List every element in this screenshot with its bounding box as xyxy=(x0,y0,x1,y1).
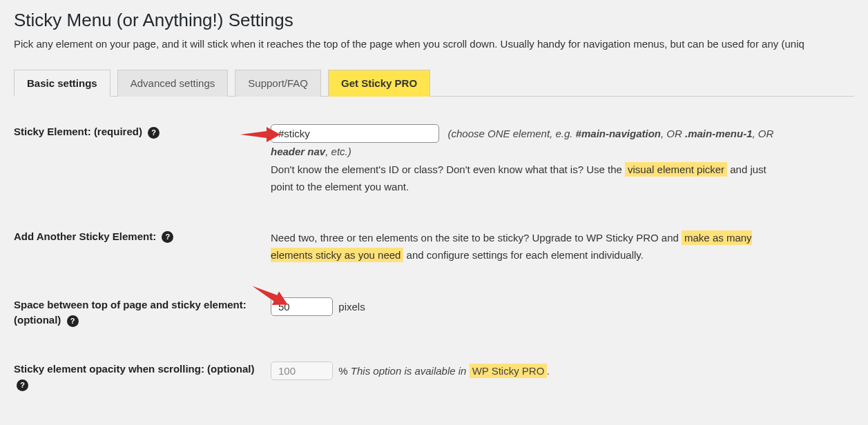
page-title: Sticky Menu (or Anything!) Settings xyxy=(14,10,854,31)
help-icon[interactable]: ? xyxy=(67,315,79,327)
pro-hint-text: . xyxy=(547,365,550,377)
hint-example: .main-menu-1 xyxy=(685,128,753,139)
row-add-another: Add Another Sticky Element: ? Need two, … xyxy=(14,229,854,264)
add-another-label: Add Another Sticky Element: xyxy=(14,230,156,242)
tab-support-faq[interactable]: Support/FAQ xyxy=(235,70,321,97)
pro-hint-text: This option is available in xyxy=(351,365,470,377)
space-top-input[interactable] xyxy=(271,297,333,316)
opacity-input xyxy=(271,362,333,380)
upgrade-text: and configure settings for each element … xyxy=(407,249,644,261)
help-icon[interactable]: ? xyxy=(162,231,173,243)
hint-text: , etc.) xyxy=(325,146,351,157)
row-sticky-element: Sticky Element: (required) ? (choose ONE… xyxy=(14,124,854,196)
help-icon[interactable]: ? xyxy=(148,127,160,139)
page-intro: Pick any element on your page, and it wi… xyxy=(14,38,854,50)
sticky-element-label: Sticky Element: (required) xyxy=(14,126,142,137)
hint-example: header nav xyxy=(271,146,325,157)
visual-element-picker-link[interactable]: visual element picker xyxy=(625,162,727,177)
hint-text: (choose ONE element, e.g. xyxy=(448,128,576,139)
hint-text: , OR xyxy=(661,128,685,139)
wp-sticky-pro-link[interactable]: WP Sticky PRO xyxy=(470,364,548,378)
hint-example: #main-navigation xyxy=(576,128,661,139)
unit-label: pixels xyxy=(338,301,365,313)
sticky-element-input[interactable] xyxy=(271,124,439,143)
row-opacity: Sticky element opacity when scrolling: (… xyxy=(14,362,854,393)
row-space-top: Space between top of page and sticky ele… xyxy=(14,297,854,328)
tabs-nav: Basic settings Advanced settings Support… xyxy=(14,69,854,97)
tab-advanced-settings[interactable]: Advanced settings xyxy=(117,70,229,97)
help-icon[interactable]: ? xyxy=(17,379,28,391)
opacity-label: Sticky element opacity when scrolling: (… xyxy=(14,363,254,375)
help-text: Don't know the element's ID or class? Do… xyxy=(271,164,625,175)
percent-label: % xyxy=(338,365,351,377)
tab-basic-settings[interactable]: Basic settings xyxy=(14,70,110,97)
tab-get-sticky-pro[interactable]: Get Sticky PRO xyxy=(328,70,430,97)
upgrade-text: Need two, three or ten elements on the s… xyxy=(271,232,682,244)
space-top-label: Space between top of page and sticky ele… xyxy=(14,299,247,326)
hint-text: , OR xyxy=(753,128,774,139)
